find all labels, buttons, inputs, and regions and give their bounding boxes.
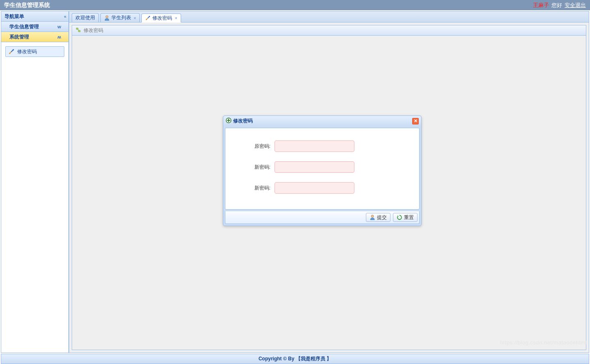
app-title: 学生信息管理系统 [4, 2, 50, 9]
tab-label: 修改密码 [152, 15, 172, 22]
svg-point-2 [106, 16, 108, 18]
footer: Copyright © By 【我是程序员 】 [1, 354, 589, 364]
form-row-new-password1: 新密码: [242, 161, 403, 173]
user-name: 王麻子 [533, 2, 549, 9]
main: 欢迎使用 学生列表 × 修改密码 × [69, 11, 589, 353]
new-password1-label: 新密码: [242, 164, 270, 171]
sidebar-title-label: 导航菜单 [5, 13, 24, 20]
wrench-icon [145, 15, 151, 21]
tab-student-list[interactable]: 学生列表 × [100, 13, 140, 22]
panel-body: 修改密码 ✕ 原密码: 新密码: [72, 36, 586, 350]
svg-point-3 [149, 16, 150, 17]
refresh-icon [397, 215, 402, 220]
user-icon [104, 15, 110, 21]
submit-label: 提交 [377, 214, 387, 221]
accordion-label: 系统管理 [9, 34, 29, 41]
chevron-down-icon: ∨∨ [57, 25, 60, 29]
reset-button[interactable]: 重置 [393, 213, 418, 222]
new-password2-input[interactable] [275, 182, 354, 194]
new-password1-input[interactable] [275, 161, 354, 173]
collapse-icon[interactable]: « [64, 14, 65, 19]
panel-header: 修改密码 [72, 25, 586, 36]
reset-label: 重置 [404, 214, 414, 221]
content: 修改密码 修改密码 ✕ [69, 23, 589, 353]
tab-welcome[interactable]: 欢迎使用 [72, 13, 99, 22]
svg-point-6 [371, 215, 374, 217]
accordion-label: 学生信息管理 [9, 23, 39, 30]
content-panel: 修改密码 修改密码 ✕ [72, 25, 586, 350]
form-row-new-password2: 新密码: [242, 182, 403, 194]
submit-button[interactable]: 提交 [366, 213, 390, 222]
form-row-old-password: 原密码: [242, 140, 403, 152]
tab-label: 欢迎使用 [75, 14, 95, 21]
app-header: 学生信息管理系统 王麻子 您好 安全退出 [0, 0, 590, 10]
svg-point-1 [9, 53, 11, 54]
plus-icon [226, 118, 231, 124]
change-password-dialog: 修改密码 ✕ 原密码: 新密码: [223, 115, 422, 226]
dialog-close-button[interactable]: ✕ [412, 118, 419, 124]
user-icon [370, 215, 375, 220]
tab-label: 学生列表 [111, 14, 131, 21]
close-icon: ✕ [414, 118, 418, 124]
sidebar-item-label: 修改密码 [17, 48, 37, 55]
wrench-icon [8, 48, 15, 55]
old-password-label: 原密码: [242, 143, 270, 150]
tab-strip: 欢迎使用 学生列表 × 修改密码 × [69, 11, 589, 23]
close-icon[interactable]: × [134, 16, 136, 20]
accordion-student-info[interactable]: 学生信息管理 ∨∨ [1, 22, 68, 32]
close-icon[interactable]: × [175, 16, 177, 20]
sidebar-body: 修改密码 [1, 42, 68, 353]
dialog-body: 原密码: 新密码: 新密码: [225, 128, 420, 210]
new-password2-label: 新密码: [242, 185, 270, 192]
logout-link[interactable]: 安全退出 [565, 2, 586, 9]
dialog-title-left: 修改密码 [226, 118, 253, 124]
footer-text: Copyright © By 【我是程序员 】 [259, 355, 331, 362]
dialog-title-label: 修改密码 [233, 118, 253, 124]
puzzle-icon [75, 27, 81, 34]
dialog-footer: 提交 重置 [225, 211, 420, 224]
middle: 导航菜单 « 学生信息管理 ∨∨ 系统管理 ∧∧ 修改密码 欢迎使用 [0, 10, 590, 354]
tab-change-password[interactable]: 修改密码 × [141, 14, 181, 23]
panel-title-label: 修改密码 [84, 27, 103, 34]
greeting: 您好 [551, 2, 562, 9]
sidebar: 导航菜单 « 学生信息管理 ∨∨ 系统管理 ∧∧ 修改密码 [1, 11, 69, 353]
chevron-up-icon: ∧∧ [57, 35, 60, 39]
svg-point-0 [13, 50, 14, 51]
sidebar-item-change-password[interactable]: 修改密码 [5, 46, 64, 57]
accordion-system[interactable]: 系统管理 ∧∧ [1, 32, 68, 42]
header-right: 王麻子 您好 安全退出 [533, 2, 586, 9]
old-password-input[interactable] [275, 140, 354, 152]
svg-point-4 [146, 19, 148, 20]
dialog-title[interactable]: 修改密码 ✕ [223, 116, 421, 126]
sidebar-title: 导航菜单 « [1, 11, 68, 22]
